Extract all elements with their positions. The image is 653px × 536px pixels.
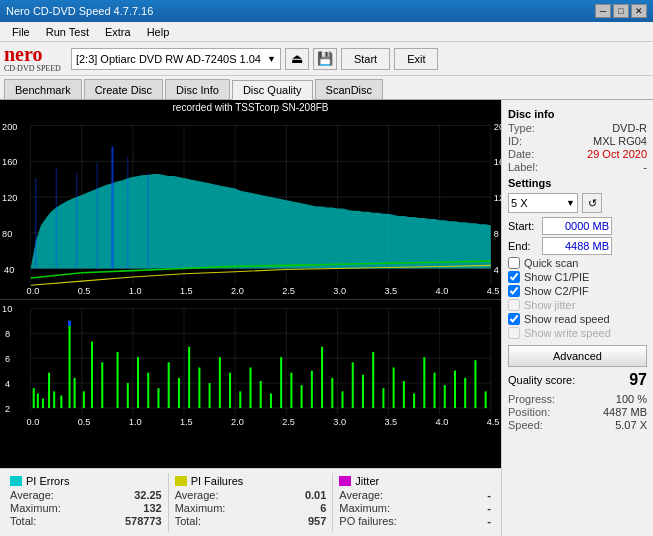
menu-help[interactable]: Help	[139, 24, 178, 40]
quality-score-value: 97	[629, 371, 647, 389]
tab-benchmark[interactable]: Benchmark	[4, 79, 82, 99]
svg-text:4: 4	[494, 265, 499, 275]
svg-text:4.0: 4.0	[436, 417, 449, 427]
svg-text:20: 20	[494, 122, 501, 132]
jitter-legend-label: Jitter	[355, 475, 379, 487]
showc1pie-label: Show C1/PIE	[524, 271, 589, 283]
quality-score-row: Quality score: 97	[508, 371, 647, 389]
start-mb-input[interactable]	[542, 217, 612, 235]
jitter-legend-box	[339, 476, 351, 486]
svg-text:2.0: 2.0	[231, 286, 244, 296]
pifailures-max-row: Maximum: 6	[175, 502, 327, 514]
svg-text:1.5: 1.5	[180, 417, 193, 427]
title-bar: Nero CD-DVD Speed 4.7.7.16 ─ □ ✕	[0, 0, 653, 22]
svg-text:0.0: 0.0	[27, 417, 40, 427]
disc-label-row: Label: -	[508, 161, 647, 173]
exit-button[interactable]: Exit	[394, 48, 438, 70]
speed-dropdown[interactable]: 5 X ▼	[508, 193, 578, 213]
logo-text: nero	[4, 44, 61, 64]
svg-text:1.0: 1.0	[129, 286, 142, 296]
menu-file[interactable]: File	[4, 24, 38, 40]
svg-text:3.0: 3.0	[333, 417, 346, 427]
svg-text:3.5: 3.5	[384, 417, 397, 427]
svg-text:2.5: 2.5	[282, 286, 295, 296]
advanced-button[interactable]: Advanced	[508, 345, 647, 367]
svg-text:8: 8	[494, 229, 499, 239]
svg-text:4.5: 4.5	[487, 286, 500, 296]
speed-setting-row: 5 X ▼ ↺	[508, 193, 647, 213]
svg-text:120: 120	[2, 193, 17, 203]
speed-row: Speed: 5.07 X	[508, 419, 647, 431]
svg-text:2.0: 2.0	[231, 417, 244, 427]
jitter-po-row: PO failures: -	[339, 515, 491, 527]
svg-text:12: 12	[494, 193, 501, 203]
tab-createdisc[interactable]: Create Disc	[84, 79, 163, 99]
stat-group-pierrors: PI Errors Average: 32.25 Maximum: 132 To…	[4, 473, 169, 532]
svg-text:2.5: 2.5	[282, 417, 295, 427]
tab-discquality[interactable]: Disc Quality	[232, 80, 313, 100]
close-button[interactable]: ✕	[631, 4, 647, 18]
svg-text:2: 2	[5, 404, 10, 414]
minimize-button[interactable]: ─	[595, 4, 611, 18]
pifailures-legend-label: PI Failures	[191, 475, 244, 487]
svg-text:4: 4	[5, 379, 10, 389]
menu-runtest[interactable]: Run Test	[38, 24, 97, 40]
start-button[interactable]: Start	[341, 48, 390, 70]
jitter-max-row: Maximum: -	[339, 502, 491, 514]
svg-text:6: 6	[5, 354, 10, 364]
svg-text:200: 200	[2, 122, 17, 132]
pierrors-total-row: Total: 578773	[10, 515, 162, 527]
svg-text:10: 10	[2, 304, 12, 314]
menu-extra[interactable]: Extra	[97, 24, 139, 40]
showreadspeed-checkbox[interactable]	[508, 313, 520, 325]
showc2pif-checkbox[interactable]	[508, 285, 520, 297]
showwritespeed-checkbox[interactable]	[508, 327, 520, 339]
quality-score-label: Quality score:	[508, 374, 575, 386]
pifailures-legend: PI Failures	[175, 475, 327, 487]
drive-selector[interactable]: [2:3] Optiarc DVD RW AD-7240S 1.04 ▼	[71, 48, 281, 70]
save-icon[interactable]: 💾	[313, 48, 337, 70]
speed-chevron-icon: ▼	[566, 198, 575, 208]
pifailures-legend-box	[175, 476, 187, 486]
pifailures-total-row: Total: 957	[175, 515, 327, 527]
showjitter-row: Show jitter	[508, 299, 647, 311]
main-content: recorded with TSSTcorp SN-208FB	[0, 100, 653, 536]
eject-icon[interactable]: ⏏	[285, 48, 309, 70]
svg-text:0.5: 0.5	[78, 417, 91, 427]
showc1pie-checkbox[interactable]	[508, 271, 520, 283]
showjitter-checkbox[interactable]	[508, 299, 520, 311]
pierrors-legend-label: PI Errors	[26, 475, 69, 487]
start-mb-row: Start:	[508, 217, 647, 235]
showreadspeed-row: Show read speed	[508, 313, 647, 325]
svg-text:1.0: 1.0	[129, 417, 142, 427]
svg-text:4.5: 4.5	[487, 417, 500, 427]
tab-scandisc[interactable]: ScanDisc	[315, 79, 383, 99]
disc-id-row: ID: MXL RG04	[508, 135, 647, 147]
showc1pie-row: Show C1/PIE	[508, 271, 647, 283]
quickscan-checkbox[interactable]	[508, 257, 520, 269]
pierrors-max-row: Maximum: 132	[10, 502, 162, 514]
tabs-bar: Benchmark Create Disc Disc Info Disc Qua…	[0, 76, 653, 100]
lower-chart: 10 8 6 4 2 0.0 0.5 1.0 1.5 2.0 2.5 3.0 3…	[0, 300, 501, 435]
quickscan-label: Quick scan	[524, 257, 578, 269]
pierrors-legend-box	[10, 476, 22, 486]
pifailures-avg-row: Average: 0.01	[175, 489, 327, 501]
svg-text:1.5: 1.5	[180, 286, 193, 296]
settings-refresh-icon[interactable]: ↺	[582, 193, 602, 213]
stats-bar: PI Errors Average: 32.25 Maximum: 132 To…	[0, 468, 501, 536]
svg-text:3.5: 3.5	[384, 286, 397, 296]
chart-area: recorded with TSSTcorp SN-208FB	[0, 100, 501, 468]
showwritespeed-label: Show write speed	[524, 327, 611, 339]
tab-discinfo[interactable]: Disc Info	[165, 79, 230, 99]
logo: nero CD·DVD SPEED	[4, 44, 61, 73]
toolbar: nero CD·DVD SPEED [2:3] Optiarc DVD RW A…	[0, 42, 653, 76]
disc-type-row: Type: DVD-R	[508, 122, 647, 134]
maximize-button[interactable]: □	[613, 4, 629, 18]
progress-section: Progress: 100 % Position: 4487 MB Speed:…	[508, 393, 647, 431]
title-bar-controls: ─ □ ✕	[595, 4, 647, 18]
jitter-avg-row: Average: -	[339, 489, 491, 501]
svg-text:4.0: 4.0	[436, 286, 449, 296]
end-mb-input[interactable]	[542, 237, 612, 255]
svg-text:40: 40	[4, 265, 14, 275]
jitter-legend: Jitter	[339, 475, 491, 487]
